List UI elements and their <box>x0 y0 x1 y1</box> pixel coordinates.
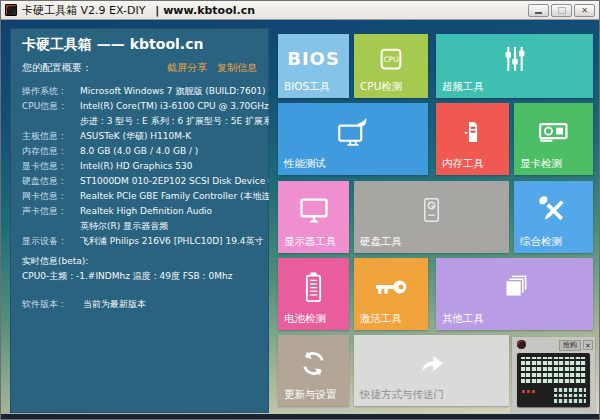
realtime-line: CPU0-主频 : -1.#INDMhz 温度 : 49度 FSB : 0Mhz <box>22 269 257 284</box>
spec-label: 显卡信息 : <box>22 159 80 174</box>
tile-display[interactable]: 显示器工具 <box>278 181 349 253</box>
spec-line: 内存信息 :8.0 GB (4.0 GB / 4.0 GB / ) <box>22 144 257 159</box>
tile-label: 性能测试 <box>284 157 326 171</box>
sliders-icon <box>436 40 593 78</box>
spec-value: Realtek High Definition Audio <box>80 206 212 216</box>
spec-label: 主板信息 : <box>22 129 80 144</box>
spec-value: 英特尔(R) 显示器音频 <box>80 221 168 231</box>
content-area: 卡硬工具箱 —— kbtool.cn 您的配置概要 : 截屏分享 复制信息 操作… <box>1 20 599 419</box>
spec-value: Intel(R) Core(TM) i3-6100 CPU @ 3.70GHz <box>80 101 269 111</box>
tile-shortcut[interactable]: 快捷方式与传送门 <box>354 335 509 406</box>
summary-label: 您的配置概要 : <box>22 61 157 75</box>
tile-label: 超频工具 <box>442 80 484 94</box>
minimize-button[interactable] <box>528 4 549 17</box>
spec-line: 操作系统 :Microsoft Windows 7 旗舰版 (BUILD:760… <box>22 84 257 99</box>
tile-label: 电池检测 <box>284 312 326 326</box>
spec-label: 网卡信息 : <box>22 189 80 204</box>
spec-value: 步进 : 3 型号 : E 系列 : 6 扩展型号 : 5E 扩展系列 : 6 <box>80 116 269 126</box>
tile-label: 硬盘工具 <box>360 235 402 249</box>
minimize-icon <box>535 12 542 14</box>
tile-label: 其他工具 <box>442 312 484 326</box>
ram-icon <box>436 109 509 155</box>
tile-label: 显示器工具 <box>284 235 337 249</box>
tile-other[interactable]: 其他工具 <box>436 258 593 330</box>
tile-label: 显卡检测 <box>520 157 562 171</box>
close-icon: ✕ <box>581 6 588 15</box>
ad-close-icon[interactable]: ✕ <box>583 340 593 350</box>
spec-label: 内存信息 : <box>22 144 80 159</box>
tile-memory[interactable]: 内存工具 <box>436 103 509 175</box>
tile-label: 激活工具 <box>360 312 402 326</box>
tile-label: 更新与设置 <box>284 388 337 402</box>
tile-cpu[interactable]: CPUCPU检测 <box>354 34 428 98</box>
maximize-button[interactable] <box>551 4 572 17</box>
ad-buy-badge[interactable]: 抢购 <box>559 340 581 351</box>
screenshot-share-link[interactable]: 截屏分享 <box>167 61 207 75</box>
spec-list: 操作系统 :Microsoft Windows 7 旗舰版 (BUILD:760… <box>22 84 257 249</box>
spec-line: 显示设备 :飞利浦 Philips 216V6 [PHLC10D] 19.4英寸 <box>22 234 257 249</box>
keyboard-image <box>517 353 590 407</box>
tools-icon <box>514 187 593 233</box>
tile-label: BIOS工具 <box>284 80 330 94</box>
window-title: 卡硬工具箱 V2.9 EX-DIY <box>22 3 145 18</box>
key-icon <box>354 264 428 310</box>
battery-icon <box>278 264 349 310</box>
window-title-url: | www.kbtool.cn <box>155 4 255 17</box>
tile-overall[interactable]: 综合检测 <box>514 181 593 253</box>
app-icon <box>5 4 17 16</box>
spec-label: 操作系统 : <box>22 84 80 99</box>
tile-benchmark[interactable]: 性能测试 <box>278 103 428 175</box>
spec-value: Realtek PCIe GBE Family Controller (本地连接… <box>80 191 269 201</box>
system-info-panel: 卡硬工具箱 —— kbtool.cn 您的配置概要 : 截屏分享 复制信息 操作… <box>10 28 269 413</box>
spec-line: CPU信息 :Intel(R) Core(TM) i3-6100 CPU @ 3… <box>22 99 257 114</box>
version-label: 软件版本 : <box>22 298 80 311</box>
tile-label: CPU检测 <box>360 80 402 94</box>
tile-update[interactable]: 更新与设置 <box>278 335 349 406</box>
cpu-icon: CPU <box>354 40 428 78</box>
tile-activate[interactable]: 激活工具 <box>354 258 428 330</box>
layers-icon <box>436 264 593 310</box>
tile-disk[interactable]: 硬盘工具 <box>354 181 509 253</box>
panel-title: 卡硬工具箱 —— kbtool.cn <box>22 36 257 54</box>
keyboard-ad-tile[interactable]: 抢购 ✕ <box>512 337 595 415</box>
spec-line: 显卡信息 :Intel(R) HD Graphics 530 <box>22 159 257 174</box>
spec-label: CPU信息 : <box>22 99 80 114</box>
tile-bios[interactable]: BIOSBIOS工具 <box>278 34 349 98</box>
tile-label: 综合检测 <box>520 235 562 249</box>
benchmark-icon <box>278 109 428 155</box>
spec-line: 步进 : 3 型号 : E 系列 : 6 扩展型号 : 5E 扩展系列 : 6 <box>22 114 257 129</box>
svg-text:CPU: CPU <box>383 55 398 64</box>
close-button[interactable]: ✕ <box>574 4 595 17</box>
spec-label: 显示设备 : <box>22 234 80 249</box>
refresh-icon <box>278 341 349 386</box>
spec-line: 主板信息 :ASUSTeK (华硕) H110M-K <box>22 129 257 144</box>
hdd-icon <box>354 187 509 233</box>
spec-value: ST1000DM 010-2EP102 SCSI Disk Device (1.… <box>80 176 269 186</box>
spec-line: 硬盘信息 :ST1000DM 010-2EP102 SCSI Disk Devi… <box>22 174 257 189</box>
tile-gpu[interactable]: 显卡检测 <box>514 103 593 175</box>
tile-overclock[interactable]: 超频工具 <box>436 34 593 98</box>
maximize-icon <box>558 7 566 14</box>
gpu-icon <box>514 109 593 155</box>
copy-info-link[interactable]: 复制信息 <box>217 61 257 75</box>
realtime-header: 实时信息(beta): <box>22 254 257 269</box>
tile-label: 快捷方式与传送门 <box>360 388 444 402</box>
spec-value: Microsoft Windows 7 旗舰版 (BUILD:7601) (32… <box>80 86 269 96</box>
window-bottom-edge <box>1 414 599 419</box>
ad-logo-icon <box>517 340 526 349</box>
share-arrow-icon <box>354 341 509 386</box>
monitor-icon <box>278 187 349 233</box>
spec-label: 硬盘信息 : <box>22 174 80 189</box>
tile-battery[interactable]: 电池检测 <box>278 258 349 330</box>
spec-line: 英特尔(R) 显示器音频 <box>22 219 257 234</box>
bios-text-icon: BIOS <box>278 48 349 69</box>
tile-label: 内存工具 <box>442 157 484 171</box>
spec-value: ASUSTeK (华硕) H110M-K <box>80 131 191 141</box>
spec-value: Intel(R) HD Graphics 530 <box>80 161 192 171</box>
title-bar: 卡硬工具箱 V2.9 EX-DIY | www.kbtool.cn ✕ <box>1 1 599 20</box>
spec-line: 网卡信息 :Realtek PCIe GBE Family Controller… <box>22 189 257 204</box>
spec-label: 声卡信息 : <box>22 204 80 219</box>
version-value: 当前为最新版本 <box>83 299 146 309</box>
spec-line: 声卡信息 :Realtek High Definition Audio <box>22 204 257 219</box>
app-window: 卡硬工具箱 V2.9 EX-DIY | www.kbtool.cn ✕ 卡硬工具… <box>0 0 600 420</box>
